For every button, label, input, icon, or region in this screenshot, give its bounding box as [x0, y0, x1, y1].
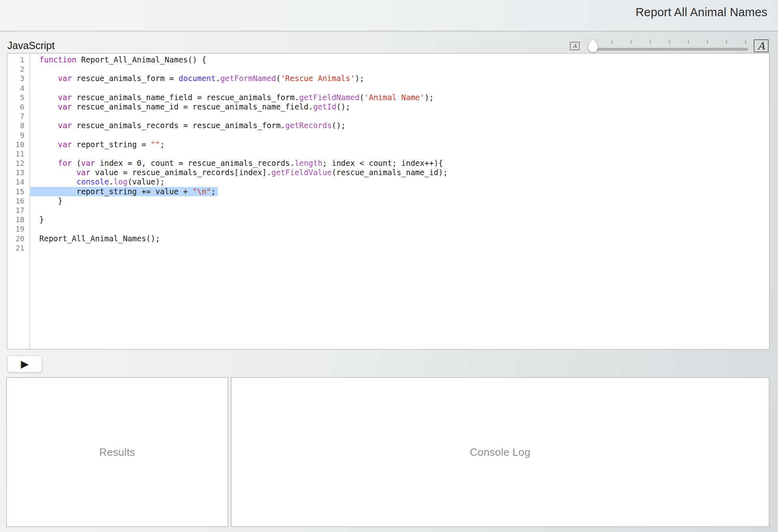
code-line-4[interactable]	[39, 84, 769, 93]
line-number: 21	[7, 243, 30, 253]
slider-tick	[631, 40, 632, 44]
code-line-13[interactable]: var value = rescue_animals_records[index…	[39, 168, 769, 177]
line-number: 11	[7, 149, 30, 159]
code-line-5[interactable]: var rescue_animals_name_field = rescue_a…	[39, 93, 769, 102]
code-line-8[interactable]: var rescue_animals_records = rescue_anim…	[39, 121, 769, 130]
slider-tick	[726, 40, 727, 44]
line-number: 5	[7, 93, 30, 102]
code-line-17[interactable]	[39, 206, 769, 215]
font-decrease-button[interactable]: A	[570, 42, 580, 50]
slider-tick	[745, 40, 746, 44]
line-number-gutter: 123456789101112131415161718192021	[7, 54, 30, 349]
font-increase-button[interactable]: A	[754, 39, 769, 52]
code-line-19[interactable]	[39, 224, 769, 234]
code-line-6[interactable]: var rescue_animals_name_id = rescue_anim…	[39, 102, 769, 112]
code-line-20[interactable]: Report_All_Animal_Names();	[39, 234, 769, 243]
slider-tick	[612, 40, 613, 44]
line-number: 6	[7, 102, 30, 112]
slider-tick	[688, 40, 689, 44]
line-number: 12	[7, 159, 30, 168]
code-line-15[interactable]: report_string += value + "\n";	[39, 187, 769, 196]
code-line-7[interactable]	[39, 112, 769, 121]
code-line-1[interactable]: function Report_All_Animal_Names() {	[39, 55, 769, 64]
line-number: 7	[7, 112, 30, 121]
line-number: 8	[7, 121, 30, 130]
line-number: 18	[7, 215, 30, 224]
line-number: 16	[7, 196, 30, 206]
line-number: 20	[7, 234, 30, 243]
slider-tick	[650, 40, 651, 44]
line-number: 4	[7, 84, 30, 93]
code-area[interactable]: function Report_All_Animal_Names() { var…	[30, 54, 769, 349]
line-number: 3	[7, 74, 30, 83]
slider-tick	[669, 40, 670, 44]
play-icon: ▶	[21, 358, 28, 370]
code-line-21[interactable]	[39, 243, 769, 253]
slider-track[interactable]	[590, 48, 748, 51]
console-log-placeholder: Console Log	[470, 446, 530, 459]
title-bar: Report All Animal Names	[0, 0, 778, 31]
line-number: 14	[7, 177, 30, 187]
console-log-panel[interactable]: Console Log	[231, 377, 769, 527]
code-line-12[interactable]: for (var index = 0, count = rescue_anima…	[39, 159, 769, 168]
results-placeholder: Results	[99, 446, 135, 459]
code-line-16[interactable]: }	[39, 196, 769, 206]
line-number: 1	[7, 55, 30, 64]
code-line-14[interactable]: console.log(value);	[39, 177, 769, 187]
code-line-2[interactable]	[39, 64, 769, 74]
line-number: 2	[7, 64, 30, 74]
run-button[interactable]: ▶	[7, 356, 42, 373]
results-panel[interactable]: Results	[6, 377, 228, 527]
code-line-10[interactable]: var report_string = "";	[39, 140, 769, 149]
line-number: 19	[7, 224, 30, 234]
page-title: Report All Animal Names	[636, 6, 767, 19]
code-line-11[interactable]	[39, 149, 769, 159]
line-number: 10	[7, 140, 30, 149]
code-line-9[interactable]	[39, 131, 769, 140]
code-line-18[interactable]: }	[39, 215, 769, 224]
code-editor[interactable]: 123456789101112131415161718192021 functi…	[7, 53, 769, 350]
slider-tick	[707, 40, 708, 44]
selected-line-highlight: report_string += value + "\n";	[30, 187, 218, 196]
slider-thumb[interactable]	[587, 38, 600, 53]
line-number: 13	[7, 168, 30, 177]
app-window: Report All Animal Names JavaScript A A 1…	[0, 0, 778, 532]
line-number: 17	[7, 206, 30, 215]
line-number: 9	[7, 131, 30, 140]
code-line-3[interactable]: var rescue_animals_form = document.getFo…	[39, 74, 769, 83]
line-number: 15	[7, 187, 30, 196]
language-label: JavaScript	[7, 40, 55, 51]
